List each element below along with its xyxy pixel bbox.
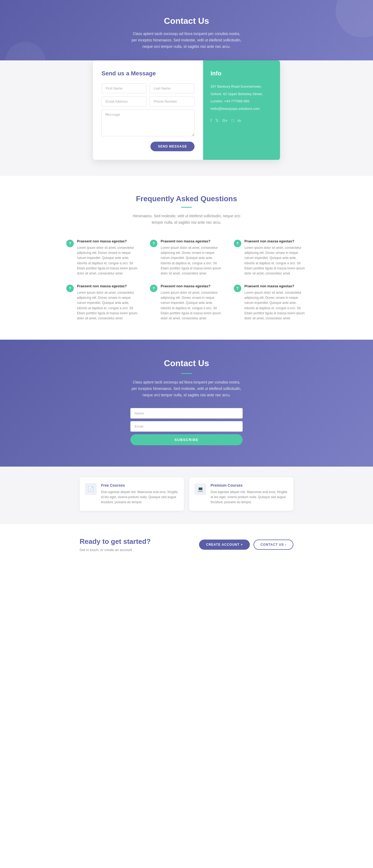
faq-item-text: Lorem ipsum dolor sit amet, consectetur … [77,245,139,276]
course-title: Premium Courses [211,483,288,488]
cards-row: 📄 Free Courses Duis egestas aliquet nisl… [80,477,293,511]
cards-row-section: 📄 Free Courses Duis egestas aliquet nisl… [0,467,373,524]
info-address1: 267 Banbury Road Summertown, [211,83,273,90]
faq-content: Praesent non massa egestas? Lorem ipsum … [161,239,223,276]
faq-item-text: Lorem ipsum dolor sit amet, consectetur … [245,245,307,276]
info-title: Info [211,70,273,77]
faq-item-title: Praesent non massa egestas? [245,284,307,288]
create-account-button[interactable]: CREATE ACCOUNT + [199,539,250,550]
cta-section: Ready to get started? Get in touch, or c… [0,524,373,568]
social-icons: f 𝕏 G+ □ in [211,118,273,123]
faq-item-text: Lorem ipsum dolor sit amet, consectetur … [245,290,307,321]
googleplus-icon[interactable]: G+ [222,118,228,123]
faq-section: Frequently Asked Questions Himenaeos. Se… [0,176,373,340]
faq-item: ? Praesent non massa egestas? Lorem ipsu… [150,239,223,276]
contact-form-section: Send us a Message SEND MESSAGE Info 267 … [0,60,373,176]
form-card: Send us a Message SEND MESSAGE [93,60,203,160]
faq-icon: ? [66,285,74,292]
faq-item: ? Praesent non massa egestas? Lorem ipsu… [66,239,139,276]
course-icon: 📄 [85,483,97,495]
faq-title: Frequently Asked Questions [5,194,368,203]
course-content: Free Courses Duis egestas aliquet nisl. … [101,483,179,505]
newsletter-name-input[interactable] [130,408,243,418]
info-card: Info 267 Banbury Road Summertown, Oxford… [203,60,280,160]
last-name-input[interactable] [150,83,194,93]
faq-item-text: Lorem ipsum dolor sit amet, consectetur … [161,245,223,276]
phone-input[interactable] [150,96,194,106]
send-message-button[interactable]: SEND MESSAGE [150,142,194,151]
faq-item-title: Praesent non massa egestas? [161,284,223,288]
cta-text-block: Ready to get started? Get in touch, or c… [80,537,151,552]
faq-grid: ? Praesent non massa egestas? Lorem ipsu… [66,239,307,321]
faq-content: Praesent non massa egestas? Lorem ipsum … [77,239,139,276]
faq-item: ? Praesent non massa egestas? Lorem ipsu… [234,284,307,321]
cta-subtitle: Get in touch, or create an account [80,548,151,552]
faq-icon: ? [66,240,74,247]
faq-underline [181,207,192,208]
newsletter-email-input[interactable] [130,421,243,432]
course-card: 💻 Premium Courses Duis egestas aliquet n… [189,477,293,511]
faq-content: Praesent non massa egestas? Lorem ipsum … [161,284,223,321]
faq-item-text: Lorem ipsum dolor sit amet, consectetur … [161,290,223,321]
message-textarea[interactable] [101,110,194,136]
contact-card-wrapper: Send us a Message SEND MESSAGE Info 267 … [93,60,280,160]
name-row [101,83,194,93]
faq-icon: ? [234,285,241,292]
course-content: Premium Courses Duis egestas aliquet nis… [211,483,288,505]
course-icon: 💻 [194,483,206,495]
hero-title: Contact Us [5,16,368,26]
linkedin-icon[interactable]: in [238,118,241,123]
course-description: Duis egestas aliquet nisl. Maecenas erat… [101,490,179,505]
course-description: Duis egestas aliquet nisl. Maecenas erat… [211,490,288,505]
subscribe-button[interactable]: SUBSCRIBE [130,434,243,445]
course-title: Free Courses [101,483,179,488]
faq-item: ? Praesent non massa egestas? Lorem ipsu… [234,239,307,276]
contact-row [101,96,194,106]
contact-us-button[interactable]: CONTACT US › [254,539,293,550]
faq-icon: ? [150,240,157,247]
faq-icon: ? [234,240,241,247]
instagram-icon[interactable]: □ [232,118,234,123]
faq-item-title: Praesent non massa egestas? [77,284,139,288]
faq-content: Praesent non massa egestas? Lorem ipsum … [245,284,307,321]
faq-description: Himenaeos. Sed molestie, velit ut eleife… [130,213,243,226]
faq-item: ? Praesent non massa egestas? Lorem ipsu… [150,284,223,321]
info-address2: Oxford. 42 Upper Berkeley Street, [211,91,273,97]
info-email: hello@beautyspa.solutions.com [211,105,273,112]
form-card-title: Send us a Message [101,70,194,77]
faq-content: Praesent non massa egestas? Lorem ipsum … [77,284,139,321]
faq-item-title: Praesent non massa egestas? [245,239,307,243]
cta-buttons: CREATE ACCOUNT + CONTACT US › [199,539,293,550]
faq-item-text: Lorem ipsum dolor sit amet, consectetur … [77,290,139,321]
faq-icon: ? [150,285,157,292]
twitter-icon[interactable]: 𝕏 [215,118,219,123]
newsletter-form: SUBSCRIBE [130,408,243,445]
cta-title: Ready to get started? [80,537,151,546]
faq-item: ? Praesent non massa egestas? Lorem ipsu… [66,284,139,321]
course-card: 📄 Free Courses Duis egestas aliquet nisl… [80,477,184,511]
cta-inner: Ready to get started? Get in touch, or c… [80,537,293,552]
newsletter-underline [181,373,192,374]
faq-item-title: Praesent non massa egestas? [77,239,139,243]
first-name-input[interactable] [101,83,147,93]
hero-description: Class aptent taciti sociosqu ad litora t… [130,31,243,50]
faq-item-title: Praesent non massa egestas? [161,239,223,243]
newsletter-title: Contact Us [5,359,368,368]
newsletter-section: Contact Us Class aptent taciti sociosqu … [0,340,373,466]
faq-content: Praesent non massa egestas? Lorem ipsum … [245,239,307,276]
newsletter-description: Class aptent taciti sociosqu ad litora t… [130,379,243,398]
info-city: London. +44 777888 989 [211,98,273,104]
email-input[interactable] [101,96,147,106]
facebook-icon[interactable]: f [211,118,212,123]
